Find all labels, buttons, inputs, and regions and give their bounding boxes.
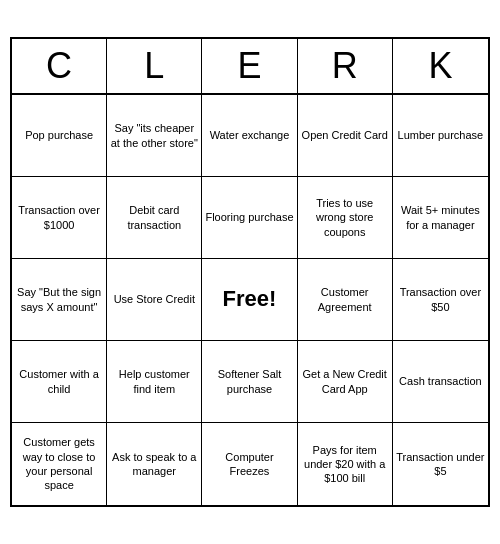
bingo-cell: Get a New Credit Card App <box>298 341 393 423</box>
bingo-card: CLERK Pop purchaseSay "its cheaper at th… <box>10 37 490 507</box>
bingo-cell: Say "But the sign says X amount" <box>12 259 107 341</box>
bingo-cell: Debit card transaction <box>107 177 202 259</box>
header-letter: L <box>107 39 202 93</box>
bingo-cell: Say "its cheaper at the other store" <box>107 95 202 177</box>
bingo-cell: Softener Salt purchase <box>202 341 297 423</box>
bingo-cell: Transaction over $50 <box>393 259 488 341</box>
bingo-cell: Flooring purchase <box>202 177 297 259</box>
bingo-cell: Customer gets way to close to your perso… <box>12 423 107 505</box>
bingo-cell: Transaction over $1000 <box>12 177 107 259</box>
bingo-cell: Computer Freezes <box>202 423 297 505</box>
bingo-cell: Pays for item under $20 with a $100 bill <box>298 423 393 505</box>
bingo-cell: Water exchange <box>202 95 297 177</box>
header-letter: K <box>393 39 488 93</box>
bingo-cell: Free! <box>202 259 297 341</box>
bingo-cell: Wait 5+ minutes for a manager <box>393 177 488 259</box>
bingo-cell: Customer Agreement <box>298 259 393 341</box>
bingo-cell: Use Store Credit <box>107 259 202 341</box>
bingo-cell: Pop purchase <box>12 95 107 177</box>
bingo-cell: Customer with a child <box>12 341 107 423</box>
bingo-cell: Ask to speak to a manager <box>107 423 202 505</box>
bingo-cell: Cash transaction <box>393 341 488 423</box>
header-letter: E <box>202 39 297 93</box>
bingo-cell: Tries to use wrong store coupons <box>298 177 393 259</box>
bingo-cell: Lumber purchase <box>393 95 488 177</box>
bingo-cell: Transaction under $5 <box>393 423 488 505</box>
header-letter: C <box>12 39 107 93</box>
bingo-cell: Open Credit Card <box>298 95 393 177</box>
bingo-grid: Pop purchaseSay "its cheaper at the othe… <box>12 95 488 505</box>
bingo-header: CLERK <box>12 39 488 95</box>
bingo-cell: Help customer find item <box>107 341 202 423</box>
header-letter: R <box>298 39 393 93</box>
